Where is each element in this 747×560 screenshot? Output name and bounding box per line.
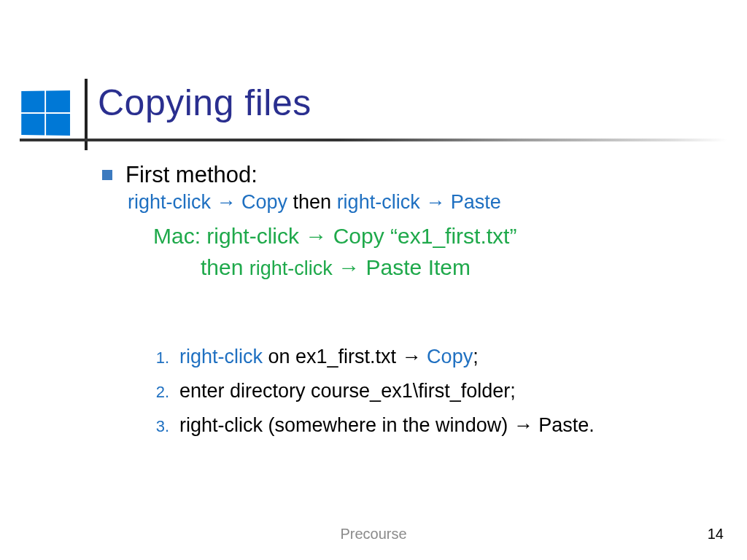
slide: Copying files First method: right-click … bbox=[0, 0, 747, 560]
title-horizontal-rule bbox=[20, 139, 727, 141]
arrow-right-icon: → bbox=[305, 224, 327, 248]
square-bullet-icon bbox=[102, 170, 112, 180]
text-copy: Copy bbox=[236, 191, 293, 213]
step-1-text: right-click on ex1_first.txt → Copy; bbox=[179, 341, 479, 373]
mac-text-b: Copy “ex1_first.txt” bbox=[327, 224, 516, 248]
windows-logo-icon bbox=[19, 90, 71, 136]
mac-paste-item: Paste Item bbox=[360, 255, 471, 279]
numbered-steps: 1. right-click on ex1_first.txt → Copy; … bbox=[153, 341, 595, 445]
footer-title: Precourse bbox=[0, 526, 747, 542]
step-3-right-click: right-click (somewhere in the window) bbox=[179, 414, 514, 436]
step-1-right-click: right-click bbox=[179, 346, 263, 368]
text-right-click-2: right-click bbox=[337, 191, 426, 213]
step-1: 1. right-click on ex1_first.txt → Copy; bbox=[153, 341, 595, 373]
step-3: 3. right-click (somewhere in the window)… bbox=[153, 410, 595, 441]
step-1-copy: Copy bbox=[422, 346, 473, 368]
mac-right-click: right-click bbox=[249, 257, 338, 279]
bullet-first-method-text: First method: bbox=[125, 162, 258, 188]
step-3-text: right-click (somewhere in the window) → … bbox=[179, 410, 595, 441]
mac-line-2: then right-click → Paste Item bbox=[201, 255, 471, 280]
step-1-on-file: on ex1_first.txt bbox=[263, 346, 402, 368]
arrow-right-icon: → bbox=[425, 191, 445, 213]
mac-text-a: Mac: right-click bbox=[153, 224, 305, 248]
step-number: 3. bbox=[153, 413, 169, 439]
arrow-right-icon: → bbox=[402, 346, 422, 368]
first-method-sequence: right-click → Copy then right-click → Pa… bbox=[128, 191, 501, 214]
step-number: 2. bbox=[153, 379, 169, 405]
mac-then: then bbox=[201, 255, 249, 279]
step-2-text: enter directory course_ex1\first_folder; bbox=[179, 376, 516, 407]
bullet-first-method: First method: bbox=[102, 162, 718, 188]
arrow-right-icon: → bbox=[338, 255, 360, 279]
text-paste: Paste bbox=[445, 191, 501, 213]
step-3-paste: Paste. bbox=[533, 414, 595, 436]
text-then: then bbox=[293, 191, 337, 213]
arrow-right-icon: → bbox=[217, 191, 236, 213]
step-1-semicolon: ; bbox=[473, 346, 479, 368]
step-2: 2. enter directory course_ex1\first_fold… bbox=[153, 376, 595, 407]
mac-line-1: Mac: right-click → Copy “ex1_first.txt” bbox=[153, 224, 708, 249]
arrow-right-icon: → bbox=[514, 414, 533, 436]
slide-title: Copying files bbox=[98, 82, 311, 124]
text-right-click-1: right-click bbox=[128, 191, 217, 213]
step-number: 1. bbox=[153, 345, 169, 370]
page-number: 14 bbox=[708, 526, 724, 542]
